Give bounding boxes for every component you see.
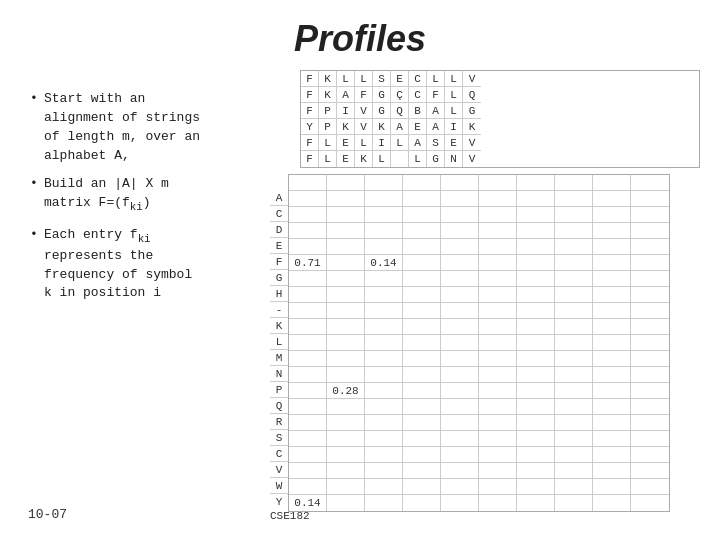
matrix-row: F L E K L L G N V <box>301 151 699 167</box>
bullet-list: Start with analignment of stringsof leng… <box>30 90 250 313</box>
cell <box>479 191 517 207</box>
cell <box>289 367 327 383</box>
cell <box>479 383 517 399</box>
freq-row-N <box>289 367 669 383</box>
cell: K <box>373 119 391 135</box>
cell <box>441 255 479 271</box>
cell <box>365 351 403 367</box>
cell <box>365 415 403 431</box>
cell <box>441 239 479 255</box>
matrix-header-row: F K L L S E C L L V <box>301 71 699 87</box>
cell-Y1: 0.14 <box>289 495 327 511</box>
cell <box>517 367 555 383</box>
cell <box>365 191 403 207</box>
cell: L <box>355 71 373 87</box>
cell: L <box>373 151 391 167</box>
freq-table: 0.71 0.14 <box>288 174 670 512</box>
cell <box>593 255 631 271</box>
cell <box>403 191 441 207</box>
cell <box>555 447 593 463</box>
cell <box>327 207 365 223</box>
cell <box>289 431 327 447</box>
cell <box>593 367 631 383</box>
matrix-row: F P I V G Q B A L G <box>301 103 699 119</box>
cell <box>517 479 555 495</box>
cell <box>441 383 479 399</box>
bullet-item-1: Start with analignment of stringsof leng… <box>30 90 250 165</box>
cell <box>593 431 631 447</box>
bottom-label: 10-07 <box>28 507 67 522</box>
cell <box>593 415 631 431</box>
label-P: P <box>270 382 288 398</box>
freq-row-Q <box>289 399 669 415</box>
freq-row-C2 <box>289 447 669 463</box>
cell <box>517 303 555 319</box>
cell <box>289 399 327 415</box>
cell <box>593 495 631 511</box>
cell <box>555 415 593 431</box>
cell <box>631 495 669 511</box>
label-H: H <box>270 286 288 302</box>
cell <box>327 415 365 431</box>
cell: F <box>427 87 445 103</box>
cell: I <box>373 135 391 151</box>
cell <box>441 351 479 367</box>
cell <box>479 255 517 271</box>
cell: V <box>463 151 481 167</box>
freq-row-G <box>289 271 669 287</box>
cell: K <box>463 119 481 135</box>
cell <box>403 383 441 399</box>
cell <box>441 335 479 351</box>
cell <box>479 447 517 463</box>
label-G: G <box>270 270 288 286</box>
cell <box>479 351 517 367</box>
cell <box>555 223 593 239</box>
cell <box>403 367 441 383</box>
cell: S <box>373 71 391 87</box>
cell <box>327 399 365 415</box>
cell-P2: 0.28 <box>327 383 365 399</box>
cell <box>441 463 479 479</box>
cell <box>365 447 403 463</box>
freq-row-L <box>289 335 669 351</box>
cell <box>631 303 669 319</box>
freq-row-R <box>289 415 669 431</box>
spacer <box>270 174 288 190</box>
freq-row-A <box>289 191 669 207</box>
cell: N <box>445 151 463 167</box>
cell: L <box>391 135 409 151</box>
cell <box>555 479 593 495</box>
label-R: R <box>270 414 288 430</box>
cell <box>327 335 365 351</box>
cell: A <box>427 119 445 135</box>
label-F: F <box>270 254 288 270</box>
freq-col-3 <box>365 175 403 191</box>
cell: L <box>427 71 445 87</box>
cell <box>403 431 441 447</box>
cell <box>289 239 327 255</box>
cell <box>441 303 479 319</box>
cell <box>403 479 441 495</box>
cell <box>365 399 403 415</box>
bullet-item-2: Build an |A| X mmatrix F=(fki) <box>30 175 250 215</box>
cell <box>403 319 441 335</box>
cell: P <box>319 119 337 135</box>
cell <box>403 415 441 431</box>
cell <box>479 463 517 479</box>
cell <box>289 303 327 319</box>
cell <box>289 383 327 399</box>
cell <box>517 463 555 479</box>
cell <box>479 207 517 223</box>
cell <box>391 151 409 167</box>
label-Y: Y <box>270 494 288 510</box>
cell: L <box>319 135 337 151</box>
cell <box>441 431 479 447</box>
cell <box>327 367 365 383</box>
cell <box>327 255 365 271</box>
cell <box>593 319 631 335</box>
cell <box>441 287 479 303</box>
cell <box>441 367 479 383</box>
label-W: W <box>270 478 288 494</box>
cell <box>631 223 669 239</box>
cell <box>365 495 403 511</box>
